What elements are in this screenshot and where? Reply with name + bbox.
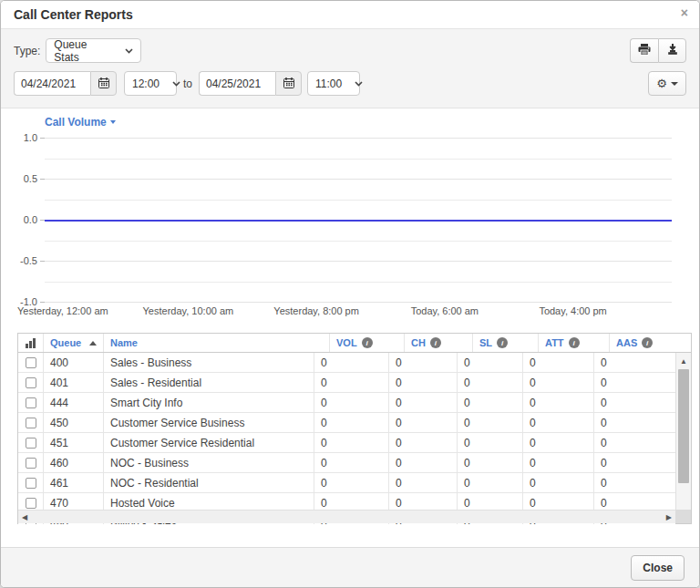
scroll-up-icon[interactable]: ▲	[676, 355, 691, 367]
vertical-scrollbar[interactable]: ▲ ▼	[675, 353, 691, 523]
y-tick-label: -0.5	[20, 255, 37, 266]
to-time-select[interactable]: 11:00	[307, 71, 360, 96]
cell-name: Sales - Residential	[104, 373, 314, 392]
from-date-calendar-button[interactable]	[90, 71, 117, 96]
report-type-select[interactable]: Queue Stats	[46, 38, 141, 63]
cell-aas: 0	[594, 353, 675, 372]
report-type-value: Queue Stats	[54, 38, 112, 64]
gridline-major: 0.5	[45, 179, 672, 180]
chart-metric-dropdown[interactable]: Call Volume	[45, 116, 116, 129]
to-label: to	[183, 77, 192, 90]
cell-att: 0	[523, 373, 594, 392]
y-tick-mark	[40, 261, 45, 262]
table-header-name[interactable]: Name	[104, 334, 330, 352]
cell-ch: 0	[389, 453, 458, 472]
cell-ch: 0	[389, 393, 458, 412]
info-icon[interactable]: i	[430, 337, 441, 348]
cell-queue: 460	[44, 453, 104, 472]
scroll-right-icon[interactable]: ▶	[666, 513, 672, 521]
table-header-row: Queue Name VOLi CHi SLi ATTi AASi	[18, 334, 691, 353]
gridline-minor	[45, 282, 672, 283]
cell-att: 0	[523, 393, 594, 412]
cell-vol: 0	[314, 373, 389, 392]
cell-att: 0	[523, 453, 594, 472]
row-checkbox[interactable]	[26, 377, 36, 388]
sort-ascending-icon	[89, 341, 97, 346]
row-checkbox-cell	[18, 473, 44, 492]
cell-name: Sales - Business	[104, 353, 314, 372]
cell-sl: 0	[458, 393, 523, 412]
table-header-queue[interactable]: Queue	[44, 334, 104, 352]
y-tick-label: 0.5	[24, 173, 37, 184]
row-checkbox[interactable]	[26, 357, 36, 368]
info-icon[interactable]: i	[362, 337, 373, 348]
close-button[interactable]: Close	[631, 555, 685, 581]
table-header-ch[interactable]: CHi	[405, 334, 473, 352]
print-button[interactable]	[630, 38, 658, 63]
caret-down-icon	[671, 82, 678, 86]
to-date-calendar-button[interactable]	[275, 71, 302, 96]
table-row: 401Sales - Residential00000	[18, 373, 675, 393]
calendar-icon	[283, 76, 294, 92]
table-header-vol[interactable]: VOLi	[330, 334, 405, 352]
info-icon[interactable]: i	[642, 337, 653, 348]
y-tick-mark	[40, 179, 45, 180]
row-checkbox[interactable]	[26, 498, 36, 509]
horizontal-scrollbar[interactable]: ◀ ▶	[18, 510, 675, 523]
table-row: 450Customer Service Business00000	[18, 413, 675, 433]
row-checkbox-cell	[18, 373, 44, 392]
from-date-input[interactable]	[14, 71, 90, 96]
cell-vol: 0	[314, 353, 389, 372]
gridline-major: 1.0	[45, 138, 672, 139]
to-time-value: 11:00	[315, 77, 342, 90]
cell-aas: 0	[594, 433, 675, 452]
gridline-major: -0.5	[45, 261, 672, 262]
x-tick-label: Yesterday, 10:00 am	[143, 305, 234, 316]
from-time-value: 12:00	[132, 77, 160, 90]
cell-name: Customer Service Residential	[104, 433, 314, 452]
chevron-down-icon	[172, 81, 180, 87]
table-header-chart-toggle[interactable]	[18, 334, 44, 352]
table-row: 460NOC - Business00000	[18, 453, 675, 473]
table-header-sl[interactable]: SLi	[473, 334, 539, 352]
scroll-left-icon[interactable]: ◀	[22, 513, 27, 521]
x-tick-label: Today, 6:00 am	[411, 305, 479, 316]
cell-queue: 451	[44, 433, 104, 452]
x-tick-label: Today, 4:00 pm	[539, 305, 606, 316]
cell-sl: 0	[458, 353, 523, 372]
vertical-scrollbar-thumb[interactable]	[678, 369, 689, 483]
from-time-select[interactable]: 12:00	[124, 71, 177, 96]
row-checkbox[interactable]	[26, 458, 36, 469]
cell-att: 0	[523, 473, 594, 492]
row-checkbox[interactable]	[26, 418, 36, 428]
row-checkbox-cell	[18, 433, 44, 452]
download-button[interactable]	[658, 38, 686, 63]
to-date-group	[199, 71, 302, 96]
scrollbar-corner	[675, 510, 691, 523]
cell-sl: 0	[458, 453, 523, 472]
cell-vol: 0	[314, 433, 389, 452]
cell-att: 0	[523, 413, 594, 432]
cell-queue: 444	[44, 393, 104, 412]
to-date-input[interactable]	[199, 71, 275, 96]
row-checkbox[interactable]	[26, 478, 36, 489]
cell-vol: 0	[314, 393, 389, 412]
cell-ch: 0	[389, 433, 458, 452]
row-checkbox[interactable]	[26, 397, 36, 408]
cell-vol: 0	[314, 473, 389, 492]
cell-ch: 0	[389, 353, 458, 372]
table-header-att[interactable]: ATTi	[539, 334, 610, 352]
cell-sl: 0	[458, 433, 523, 452]
cell-aas: 0	[594, 373, 675, 392]
info-icon[interactable]: i	[569, 337, 580, 348]
settings-dropdown-button[interactable]: ⚙	[648, 71, 686, 96]
y-tick-label: 1.0	[24, 132, 37, 143]
row-checkbox[interactable]	[26, 438, 36, 449]
chevron-down-icon	[355, 81, 363, 87]
close-icon[interactable]: ×	[681, 6, 688, 19]
table-row: 400Sales - Business00000	[18, 353, 675, 373]
info-icon[interactable]: i	[497, 337, 508, 348]
cell-aas: 0	[594, 393, 675, 412]
y-tick-mark	[40, 138, 45, 139]
table-header-aas[interactable]: AASi	[610, 334, 691, 352]
